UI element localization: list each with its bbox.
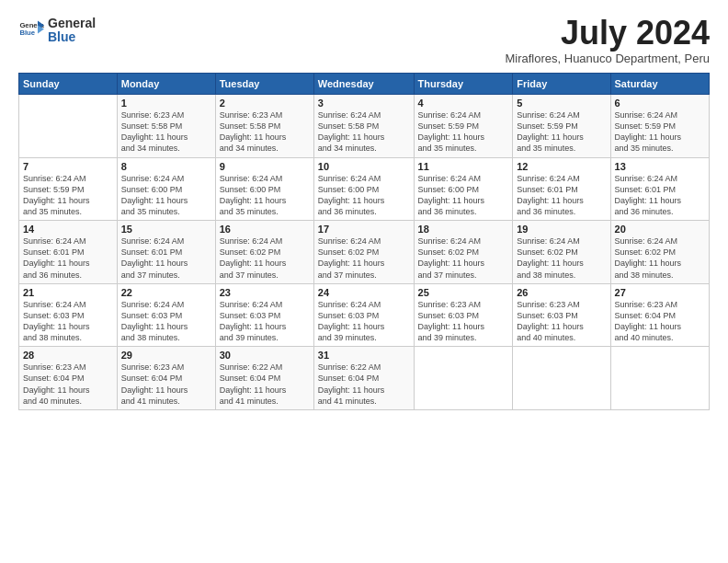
day-info: Sunrise: 6:24 AM Sunset: 6:03 PM Dayligh… [318, 299, 410, 344]
header: General Blue General Blue July 2024 Mira… [18, 17, 710, 65]
week-row-2: 7Sunrise: 6:24 AM Sunset: 5:59 PM Daylig… [19, 157, 710, 221]
day-info: Sunrise: 6:24 AM Sunset: 6:00 PM Dayligh… [418, 173, 509, 218]
calendar-cell: 19Sunrise: 6:24 AM Sunset: 6:02 PM Dayli… [513, 221, 610, 284]
calendar-cell: 26Sunrise: 6:23 AM Sunset: 6:03 PM Dayli… [513, 283, 610, 347]
calendar-cell: 28Sunrise: 6:23 AM Sunset: 6:04 PM Dayli… [19, 347, 118, 410]
week-row-1: 1Sunrise: 6:23 AM Sunset: 5:58 PM Daylig… [19, 95, 710, 158]
day-number: 16 [220, 224, 310, 235]
day-number: 11 [418, 161, 509, 172]
calendar-cell: 18Sunrise: 6:24 AM Sunset: 6:02 PM Dayli… [414, 221, 513, 284]
day-number: 23 [220, 287, 310, 298]
day-number: 31 [318, 350, 410, 361]
day-number: 7 [23, 161, 113, 172]
day-number: 18 [418, 224, 509, 235]
logo-general: General [48, 17, 96, 30]
day-info: Sunrise: 6:22 AM Sunset: 6:04 PM Dayligh… [318, 362, 410, 407]
day-info: Sunrise: 6:23 AM Sunset: 6:04 PM Dayligh… [23, 362, 113, 407]
day-number: 15 [121, 224, 211, 235]
calendar-cell: 23Sunrise: 6:24 AM Sunset: 6:03 PM Dayli… [215, 283, 313, 347]
day-header-sunday: Sunday [19, 74, 118, 95]
day-number: 6 [615, 98, 705, 109]
day-header-tuesday: Tuesday [215, 74, 313, 95]
calendar-cell: 29Sunrise: 6:23 AM Sunset: 6:04 PM Dayli… [117, 347, 215, 410]
calendar-cell: 20Sunrise: 6:24 AM Sunset: 6:02 PM Dayli… [610, 221, 709, 284]
day-header-friday: Friday [513, 74, 610, 95]
month-title: July 2024 [505, 17, 710, 50]
day-info: Sunrise: 6:24 AM Sunset: 6:02 PM Dayligh… [615, 236, 705, 281]
day-info: Sunrise: 6:24 AM Sunset: 6:02 PM Dayligh… [418, 236, 509, 281]
day-number: 8 [121, 161, 211, 172]
day-info: Sunrise: 6:24 AM Sunset: 6:03 PM Dayligh… [23, 299, 113, 344]
calendar-cell [513, 347, 610, 410]
calendar-cell: 30Sunrise: 6:22 AM Sunset: 6:04 PM Dayli… [215, 347, 313, 410]
day-info: Sunrise: 6:24 AM Sunset: 6:03 PM Dayligh… [220, 299, 310, 344]
day-number: 22 [121, 287, 211, 298]
calendar-header-row: SundayMondayTuesdayWednesdayThursdayFrid… [19, 74, 710, 95]
calendar-cell: 15Sunrise: 6:24 AM Sunset: 6:01 PM Dayli… [117, 221, 215, 284]
day-info: Sunrise: 6:23 AM Sunset: 6:03 PM Dayligh… [418, 299, 509, 344]
calendar-cell: 21Sunrise: 6:24 AM Sunset: 6:03 PM Dayli… [19, 283, 118, 347]
calendar-cell: 9Sunrise: 6:24 AM Sunset: 6:00 PM Daylig… [215, 157, 313, 221]
day-number: 17 [318, 224, 410, 235]
logo-icon: General Blue [18, 17, 44, 43]
calendar-cell: 10Sunrise: 6:24 AM Sunset: 6:00 PM Dayli… [313, 157, 414, 221]
title-area: July 2024 Miraflores, Huanuco Department… [505, 17, 710, 65]
day-number: 27 [615, 287, 705, 298]
day-header-wednesday: Wednesday [313, 74, 414, 95]
day-info: Sunrise: 6:24 AM Sunset: 6:02 PM Dayligh… [220, 236, 310, 281]
day-number: 9 [220, 161, 310, 172]
day-number: 30 [220, 350, 310, 361]
calendar-cell: 6Sunrise: 6:24 AM Sunset: 5:59 PM Daylig… [610, 95, 709, 158]
day-info: Sunrise: 6:24 AM Sunset: 5:59 PM Dayligh… [615, 109, 705, 155]
week-row-3: 14Sunrise: 6:24 AM Sunset: 6:01 PM Dayli… [19, 221, 710, 284]
week-row-4: 21Sunrise: 6:24 AM Sunset: 6:03 PM Dayli… [19, 283, 710, 347]
calendar-cell: 16Sunrise: 6:24 AM Sunset: 6:02 PM Dayli… [215, 221, 313, 284]
day-number: 1 [121, 98, 211, 109]
logo: General Blue General Blue [18, 17, 96, 45]
week-row-5: 28Sunrise: 6:23 AM Sunset: 6:04 PM Dayli… [19, 347, 710, 410]
day-number: 3 [318, 98, 410, 109]
day-number: 21 [23, 287, 113, 298]
day-number: 25 [418, 287, 509, 298]
day-number: 28 [23, 350, 113, 361]
day-info: Sunrise: 6:24 AM Sunset: 6:00 PM Dayligh… [220, 173, 310, 218]
day-number: 14 [23, 224, 113, 235]
calendar-cell: 4Sunrise: 6:24 AM Sunset: 5:59 PM Daylig… [414, 95, 513, 158]
calendar-cell: 12Sunrise: 6:24 AM Sunset: 6:01 PM Dayli… [513, 157, 610, 221]
calendar-cell: 17Sunrise: 6:24 AM Sunset: 6:02 PM Dayli… [313, 221, 414, 284]
calendar-cell [19, 95, 118, 158]
calendar-cell: 25Sunrise: 6:23 AM Sunset: 6:03 PM Dayli… [414, 283, 513, 347]
calendar-cell: 11Sunrise: 6:24 AM Sunset: 6:00 PM Dayli… [414, 157, 513, 221]
day-number: 19 [517, 224, 606, 235]
day-info: Sunrise: 6:22 AM Sunset: 6:04 PM Dayligh… [220, 362, 310, 407]
calendar-cell: 31Sunrise: 6:22 AM Sunset: 6:04 PM Dayli… [313, 347, 414, 410]
day-number: 4 [418, 98, 509, 109]
day-info: Sunrise: 6:24 AM Sunset: 6:00 PM Dayligh… [121, 173, 211, 218]
day-header-monday: Monday [117, 74, 215, 95]
day-info: Sunrise: 6:24 AM Sunset: 6:01 PM Dayligh… [121, 236, 211, 281]
calendar-cell: 5Sunrise: 6:24 AM Sunset: 5:59 PM Daylig… [513, 95, 610, 158]
day-number: 12 [517, 161, 606, 172]
calendar-cell: 13Sunrise: 6:24 AM Sunset: 6:01 PM Dayli… [610, 157, 709, 221]
calendar-cell: 7Sunrise: 6:24 AM Sunset: 5:59 PM Daylig… [19, 157, 118, 221]
calendar-cell: 8Sunrise: 6:24 AM Sunset: 6:00 PM Daylig… [117, 157, 215, 221]
day-number: 5 [517, 98, 606, 109]
day-info: Sunrise: 6:24 AM Sunset: 5:59 PM Dayligh… [517, 109, 606, 155]
calendar-table: SundayMondayTuesdayWednesdayThursdayFrid… [18, 73, 710, 410]
day-info: Sunrise: 6:24 AM Sunset: 6:02 PM Dayligh… [318, 236, 410, 281]
day-info: Sunrise: 6:23 AM Sunset: 6:04 PM Dayligh… [121, 362, 211, 407]
day-info: Sunrise: 6:24 AM Sunset: 6:02 PM Dayligh… [517, 236, 606, 281]
day-info: Sunrise: 6:24 AM Sunset: 6:01 PM Dayligh… [615, 173, 705, 218]
day-number: 13 [615, 161, 705, 172]
day-number: 24 [318, 287, 410, 298]
location: Miraflores, Huanuco Department, Peru [505, 52, 710, 65]
day-info: Sunrise: 6:24 AM Sunset: 5:59 PM Dayligh… [418, 109, 509, 155]
day-info: Sunrise: 6:24 AM Sunset: 5:59 PM Dayligh… [23, 173, 113, 218]
day-info: Sunrise: 6:24 AM Sunset: 5:58 PM Dayligh… [318, 109, 410, 155]
calendar-cell: 3Sunrise: 6:24 AM Sunset: 5:58 PM Daylig… [313, 95, 414, 158]
calendar-cell: 14Sunrise: 6:24 AM Sunset: 6:01 PM Dayli… [19, 221, 118, 284]
calendar-cell: 24Sunrise: 6:24 AM Sunset: 6:03 PM Dayli… [313, 283, 414, 347]
day-number: 2 [220, 98, 310, 109]
day-number: 20 [615, 224, 705, 235]
day-info: Sunrise: 6:24 AM Sunset: 6:01 PM Dayligh… [517, 173, 606, 218]
